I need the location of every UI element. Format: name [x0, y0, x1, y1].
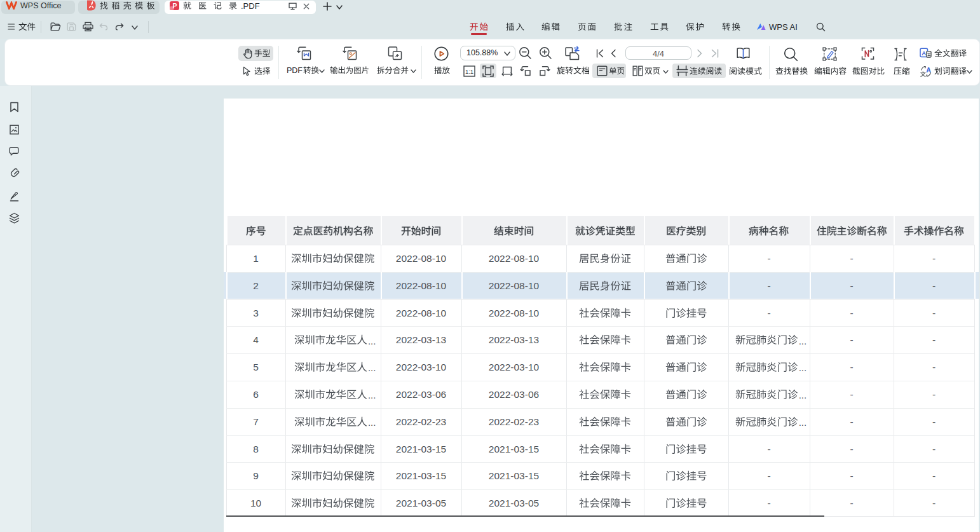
svg-text:A: A — [922, 50, 926, 57]
svg-text:1:1: 1:1 — [465, 68, 473, 75]
